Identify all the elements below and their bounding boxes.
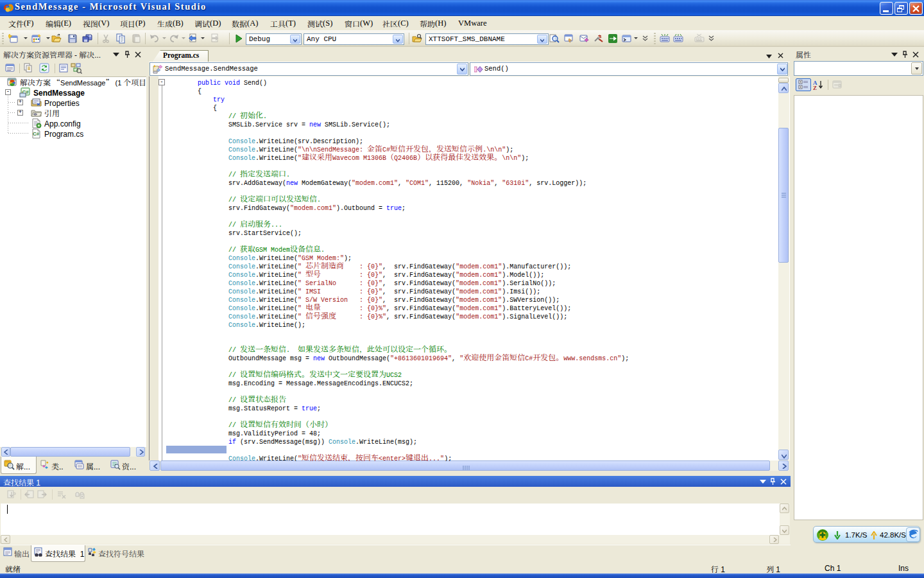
svg-text:Z: Z xyxy=(813,85,817,91)
svg-text:C#: C# xyxy=(33,131,40,137)
